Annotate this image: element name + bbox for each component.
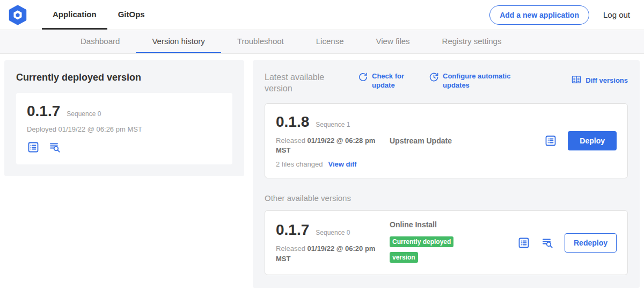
subnav-license[interactable]: License bbox=[300, 30, 360, 53]
deployed-panel-title: Currently deployed version bbox=[16, 72, 232, 83]
badge-wrap: Currently deployed version bbox=[390, 234, 460, 265]
release-notes-icon[interactable] bbox=[517, 236, 530, 249]
other-versions-title: Other available versions bbox=[265, 193, 628, 203]
navbar-right: Add a new application Log out bbox=[489, 5, 630, 25]
latest-release-source: Upstream Update bbox=[390, 136, 544, 145]
tab-application[interactable]: Application bbox=[42, 0, 107, 30]
release-notes-icon[interactable] bbox=[544, 134, 557, 147]
release-notes-icon[interactable] bbox=[27, 141, 40, 154]
app-logo-icon bbox=[8, 5, 28, 25]
tab-gitops-label: GitOps bbox=[118, 10, 145, 19]
configure-automatic-updates-button[interactable]: Configure automatic updates bbox=[429, 72, 518, 90]
add-application-button[interactable]: Add a new application bbox=[489, 5, 589, 25]
deployed-date-text: Deployed 01/19/22 @ 06:26 pm MST bbox=[27, 125, 222, 133]
check-for-update-label: Check for update bbox=[372, 72, 411, 90]
released-label: Released bbox=[276, 136, 305, 145]
other-release-info: 0.1.7 Sequence 0 Released 01/19/22 @ 06:… bbox=[276, 221, 390, 264]
preflight-results-icon[interactable] bbox=[541, 236, 554, 249]
diff-versions-label: Diff versions bbox=[586, 76, 628, 85]
clock-arrow-icon bbox=[429, 72, 439, 85]
other-version-row: 0.1.7 Sequence 0 bbox=[276, 221, 390, 239]
app-subnav: Dashboard Version history Troubleshoot L… bbox=[0, 30, 644, 54]
configure-automatic-updates-label: Configure automatic updates bbox=[443, 72, 518, 90]
latest-sequence-label: Sequence 1 bbox=[316, 121, 350, 128]
currently-deployed-badge: Currently deployed version bbox=[390, 236, 453, 263]
other-released-text: Released 01/19/22 @ 06:20 pm MST bbox=[276, 244, 378, 264]
latest-available-title: Latest available version bbox=[265, 72, 340, 95]
released-label: Released bbox=[276, 244, 305, 253]
subnav-version-history[interactable]: Version history bbox=[136, 30, 221, 53]
tab-application-label: Application bbox=[53, 10, 97, 19]
available-versions-panel: Latest available version Check for updat… bbox=[253, 60, 640, 288]
deployed-version-card: 0.1.7 Sequence 0 Deployed 01/19/22 @ 06:… bbox=[16, 93, 232, 164]
top-navbar: Application GitOps Add a new application… bbox=[0, 0, 644, 30]
check-for-update-button[interactable]: Check for update bbox=[358, 72, 411, 90]
logout-link[interactable]: Log out bbox=[603, 10, 630, 19]
other-release-card: 0.1.7 Sequence 0 Released 01/19/22 @ 06:… bbox=[265, 210, 628, 275]
currently-deployed-panel: Currently deployed version 0.1.7 Sequenc… bbox=[4, 60, 244, 176]
preflight-results-icon[interactable] bbox=[48, 141, 61, 154]
latest-release-actions: Deploy bbox=[544, 131, 617, 150]
deployed-version-number: 0.1.7 bbox=[27, 103, 60, 120]
view-diff-link[interactable]: View diff bbox=[328, 160, 356, 168]
diff-versions-button[interactable]: Diff versions bbox=[571, 74, 628, 88]
latest-release-card: 0.1.8 Sequence 1 Released 01/19/22 @ 06:… bbox=[265, 103, 628, 179]
diff-versions-icon bbox=[571, 74, 582, 88]
redeploy-button[interactable]: Redeploy bbox=[565, 233, 617, 253]
subnav-troubleshoot[interactable]: Troubleshoot bbox=[221, 30, 300, 53]
available-panel-header: Latest available version Check for updat… bbox=[265, 72, 628, 95]
other-sequence-label: Sequence 0 bbox=[316, 229, 350, 236]
other-release-source-col: Online Install Currently deployed versio… bbox=[390, 220, 517, 265]
deployed-version-row: 0.1.7 Sequence 0 bbox=[27, 103, 222, 120]
other-release-actions: Redeploy bbox=[517, 233, 617, 253]
other-version-number: 0.1.7 bbox=[276, 221, 309, 239]
deployed-sequence-label: Sequence 0 bbox=[67, 110, 101, 118]
deploy-button[interactable]: Deploy bbox=[568, 131, 617, 150]
subnav-view-files[interactable]: View files bbox=[360, 30, 426, 53]
files-changed-row: 2 files changed View diff bbox=[276, 160, 390, 168]
subnav-dashboard[interactable]: Dashboard bbox=[64, 30, 136, 53]
deployed-actions bbox=[27, 141, 222, 154]
refresh-icon bbox=[358, 72, 368, 85]
latest-released-text: Released 01/19/22 @ 06:28 pm MST bbox=[276, 136, 378, 156]
subnav-registry-settings[interactable]: Registry settings bbox=[426, 30, 518, 53]
files-changed-text: 2 files changed bbox=[276, 160, 323, 168]
latest-release-info: 0.1.8 Sequence 1 Released 01/19/22 @ 06:… bbox=[276, 113, 390, 169]
install-type-text: Online Install bbox=[390, 220, 517, 229]
primary-tabs: Application GitOps bbox=[42, 0, 156, 30]
latest-version-number: 0.1.8 bbox=[276, 113, 309, 131]
tab-gitops[interactable]: GitOps bbox=[107, 0, 156, 30]
main-content: Currently deployed version 0.1.7 Sequenc… bbox=[0, 54, 644, 288]
latest-version-row: 0.1.8 Sequence 1 bbox=[276, 113, 390, 131]
